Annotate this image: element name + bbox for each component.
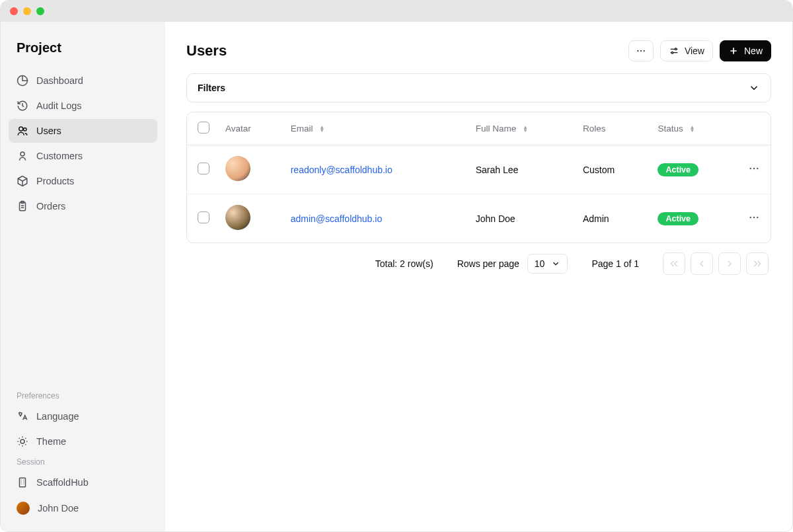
brand-title: Project xyxy=(1,32,165,69)
sidebar-item-workspace[interactable]: ScaffoldHub xyxy=(9,471,157,494)
sidebar-item-label: Language xyxy=(36,411,79,422)
sliders-icon xyxy=(669,46,679,56)
sort-icon: ▲▼ xyxy=(523,126,528,132)
session-section-label: Session xyxy=(1,453,165,471)
svg-point-9 xyxy=(643,50,644,52)
select-all-checkbox[interactable] xyxy=(198,122,209,133)
filters-panel[interactable]: Filters xyxy=(186,73,771,102)
sidebar-item-audit-logs[interactable]: Audit Logs xyxy=(9,94,157,118)
svg-point-16 xyxy=(753,217,755,218)
svg-point-14 xyxy=(757,168,758,169)
svg-point-10 xyxy=(675,48,677,50)
first-page-button[interactable] xyxy=(663,252,685,275)
users-table: Avatar Email ▲▼ Full Name ▲▼ Roles xyxy=(186,112,771,243)
sidebar-item-customers[interactable]: Customers xyxy=(9,144,157,168)
sort-icon: ▲▼ xyxy=(319,126,324,132)
main-nav: Dashboard Audit Logs Users xyxy=(1,69,165,218)
preferences-nav: Language Theme xyxy=(1,404,165,453)
plus-icon xyxy=(728,46,739,56)
col-roles: Roles xyxy=(575,112,650,145)
sidebar-item-orders[interactable]: Orders xyxy=(9,194,157,218)
avatar xyxy=(225,205,250,230)
col-avatar: Avatar xyxy=(217,112,283,145)
svg-point-0 xyxy=(19,127,23,131)
sidebar-item-users[interactable]: Users xyxy=(9,119,157,143)
window-maximize-dot[interactable] xyxy=(36,7,44,15)
table-row: readonly@scaffoldhub.io Sarah Lee Custom… xyxy=(187,145,771,194)
svg-point-8 xyxy=(640,50,642,52)
svg-point-17 xyxy=(757,217,758,218)
person-icon xyxy=(17,150,28,162)
svg-point-11 xyxy=(671,52,673,54)
page-title: Users xyxy=(186,42,227,59)
last-page-button[interactable] xyxy=(746,252,769,275)
svg-point-12 xyxy=(750,168,751,169)
translate-icon xyxy=(17,410,28,422)
cell-roles: Custom xyxy=(575,145,650,194)
svg-point-13 xyxy=(753,168,755,169)
table-row: admin@scaffoldhub.io John Doe Admin Acti… xyxy=(187,194,771,243)
status-badge: Active xyxy=(658,212,699,225)
sidebar-item-current-user[interactable]: John Doe xyxy=(9,496,157,521)
rows-per-page-value: 10 xyxy=(535,258,545,269)
svg-point-5 xyxy=(20,439,24,443)
sidebar-item-theme[interactable]: Theme xyxy=(9,430,157,453)
sidebar-item-dashboard[interactable]: Dashboard xyxy=(9,69,157,93)
more-actions-button[interactable] xyxy=(628,40,654,61)
sidebar-item-label: Dashboard xyxy=(36,75,83,86)
email-link[interactable]: readonly@scaffoldhub.io xyxy=(291,165,393,175)
status-badge: Active xyxy=(658,163,699,176)
svg-point-1 xyxy=(24,128,27,132)
col-status[interactable]: Status ▲▼ xyxy=(650,112,739,145)
clipboard-icon xyxy=(17,200,28,212)
table-footer: Total: 2 row(s) Rows per page 10 Page 1 … xyxy=(186,243,771,275)
svg-point-15 xyxy=(750,217,751,218)
sidebar-item-label: Customers xyxy=(36,151,83,161)
window-minimize-dot[interactable] xyxy=(23,7,31,15)
preferences-section-label: Preferences xyxy=(1,387,165,404)
cell-full-name: John Doe xyxy=(468,194,575,243)
total-count: Total: 2 row(s) xyxy=(375,258,434,269)
sun-icon xyxy=(17,436,28,447)
sidebar-item-products[interactable]: Products xyxy=(9,169,157,193)
sidebar-item-label: Orders xyxy=(36,201,65,211)
page-indicator: Page 1 of 1 xyxy=(591,258,639,269)
sidebar-item-label: Users xyxy=(36,126,61,136)
prev-page-button[interactable] xyxy=(691,252,713,275)
row-menu-button[interactable] xyxy=(748,215,760,225)
row-menu-button[interactable] xyxy=(748,166,760,176)
chevron-down-icon xyxy=(748,82,760,94)
svg-rect-6 xyxy=(20,478,26,487)
row-checkbox[interactable] xyxy=(198,163,209,174)
sidebar-item-label: Products xyxy=(36,176,74,186)
new-button[interactable]: New xyxy=(720,40,771,61)
next-page-button[interactable] xyxy=(718,252,741,275)
chevron-down-icon xyxy=(551,259,560,268)
box-icon xyxy=(17,175,28,187)
history-icon xyxy=(17,100,28,112)
cell-roles: Admin xyxy=(575,194,650,243)
sidebar-item-label: Theme xyxy=(36,436,66,447)
col-email[interactable]: Email ▲▼ xyxy=(283,112,468,145)
building-icon xyxy=(17,476,28,488)
sidebar-item-language[interactable]: Language xyxy=(9,404,157,428)
ellipsis-icon xyxy=(636,46,646,56)
sidebar-item-label: John Doe xyxy=(38,503,79,513)
rows-per-page-select[interactable]: 10 xyxy=(527,254,568,274)
view-button[interactable]: View xyxy=(660,40,713,61)
cell-full-name: Sarah Lee xyxy=(468,145,575,194)
window-close-dot[interactable] xyxy=(10,7,18,15)
svg-point-2 xyxy=(20,152,24,156)
svg-point-7 xyxy=(637,50,638,52)
filters-label: Filters xyxy=(198,83,225,93)
view-button-label: View xyxy=(685,46,704,56)
sort-icon: ▲▼ xyxy=(690,126,695,132)
sidebar-item-label: ScaffoldHub xyxy=(36,477,89,488)
window-titlebar xyxy=(1,1,792,22)
users-icon xyxy=(17,125,28,137)
col-full-name[interactable]: Full Name ▲▼ xyxy=(468,112,575,145)
avatar-icon xyxy=(17,502,30,515)
row-checkbox[interactable] xyxy=(198,211,209,223)
new-button-label: New xyxy=(744,46,763,56)
email-link[interactable]: admin@scaffoldhub.io xyxy=(291,213,382,224)
